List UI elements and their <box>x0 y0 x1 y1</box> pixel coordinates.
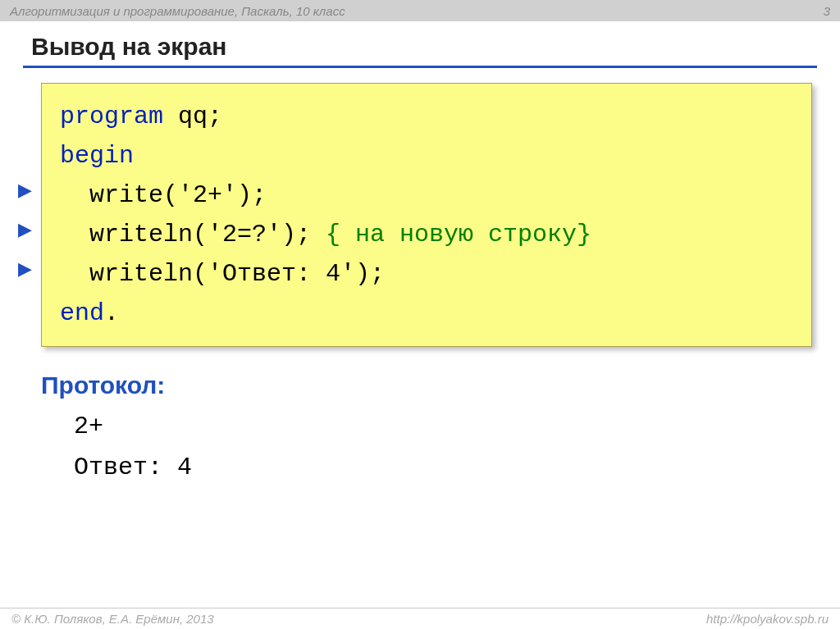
code-text: . <box>104 299 119 327</box>
code-line: program qq; <box>60 103 222 130</box>
page-number: 3 <box>824 4 830 18</box>
header-bar: Алгоритмизация и программирование, Паска… <box>0 0 840 21</box>
code-line: end. <box>60 299 119 327</box>
bullet-icon: ▶ <box>18 260 32 278</box>
bullet-icon: ▶ <box>18 181 32 199</box>
code-text: writeln('Ответ: 4'); <box>60 260 385 288</box>
comment: { на новую строку} <box>326 221 591 248</box>
footer-bar: © К.Ю. Поляков, Е.А. Ерёмин, 2013 http:/… <box>0 608 840 629</box>
code-box: program qq; begin write('2+'); writeln('… <box>41 83 812 347</box>
protocol-label: Протокол: <box>41 371 840 399</box>
code-line: writeln('2=?'); { на новую строку} <box>60 221 591 248</box>
footer-author: © К.Ю. Поляков, Е.А. Ерёмин, 2013 <box>11 612 214 626</box>
code-line: begin <box>60 142 134 170</box>
output-line: Ответ: 4 <box>74 454 192 481</box>
keyword: program <box>60 103 163 130</box>
output-line: 2+ <box>74 412 103 440</box>
code-text: writeln('2=?'); <box>60 221 326 248</box>
keyword: end <box>60 299 104 327</box>
footer-link: http://kpolyakov.spb.ru <box>706 612 829 626</box>
title-underline <box>23 66 817 68</box>
course-title: Алгоритмизация и программирование, Паска… <box>10 4 345 18</box>
code-area: ▶ ▶ ▶ program qq; begin write('2+'); wri… <box>41 83 812 347</box>
code-line: writeln('Ответ: 4'); <box>60 260 385 288</box>
keyword: begin <box>60 142 134 170</box>
code-text: write('2+'); <box>60 181 267 209</box>
bullet-icon: ▶ <box>18 221 32 239</box>
code-line: write('2+'); <box>60 181 267 209</box>
protocol-output: 2+ Ответ: 4 <box>74 406 840 488</box>
code-text: qq; <box>163 103 222 130</box>
slide-title: Вывод на экран <box>0 21 840 66</box>
